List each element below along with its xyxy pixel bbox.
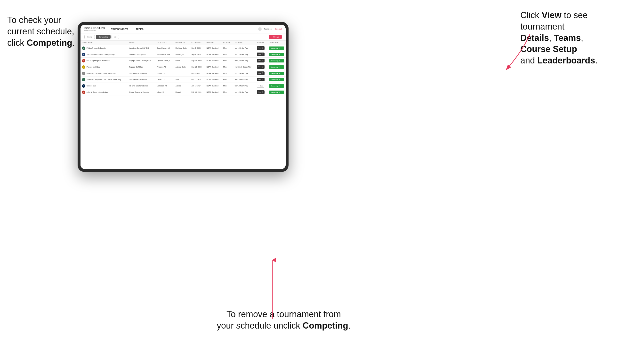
event-name-cell: ACopper Cup (80, 83, 128, 89)
tab-competing[interactable]: Competing (96, 35, 110, 39)
brand-title: SCOREBOARD (84, 27, 105, 29)
start-date-cell: Oct 9, 2023 (190, 70, 205, 76)
city-state-cell: Grand Haven, MI (156, 45, 174, 51)
competing-badge[interactable]: Competing (269, 72, 284, 75)
scoring-cell: team, Stroke Play (233, 45, 255, 51)
create-button[interactable]: + Create (269, 35, 282, 39)
table-row: W2023 Sahalee Players ChampionshipSahale… (80, 51, 286, 58)
gender-cell: Men (222, 51, 233, 58)
competing-cell[interactable]: Competing (268, 45, 286, 51)
view-button[interactable]: View ⓘ (257, 52, 265, 56)
actions-cell[interactable]: View ⓘ (255, 76, 268, 83)
table-row: FFolds of Honor CollegiateAmerican Dunes… (80, 45, 286, 51)
venue-cell: Ak-Chin Southern Dunes (128, 83, 156, 89)
hosted-by-cell: Hawaii (174, 89, 190, 95)
competing-cell[interactable]: Competing (268, 89, 286, 95)
city-state-cell: Sammamish, WA (156, 51, 174, 58)
division-cell: NCAA Division I (205, 64, 222, 70)
venue-cell: Olympia Fields Country Club (128, 58, 156, 64)
col-scoring: SCORING (233, 41, 255, 45)
gender-cell: Men (222, 64, 233, 70)
header-right: Test User Sign out (258, 27, 282, 31)
division-cell: NCAA Division I (205, 76, 222, 83)
table-row: ACopper CupAk-Chin Southern DunesMaricop… (80, 83, 286, 89)
col-actions: ACTIONS (255, 41, 268, 45)
competing-cell[interactable]: Competing (268, 70, 286, 76)
edit-button[interactable]: ✏ Edit (257, 84, 264, 88)
hosted-by-cell (174, 70, 190, 76)
table-row: IOFCC Fighting Illini InvitationalOlympi… (80, 58, 286, 64)
view-button[interactable]: View ⓘ (257, 78, 265, 81)
competing-badge[interactable]: Competing (269, 84, 284, 88)
event-name-cell: PPapago Individual (80, 64, 128, 70)
table-header-row: EVENT NAME VENUE CITY, STATE HOSTED BY S… (80, 41, 286, 45)
city-state-cell: Dallas, TX (156, 70, 174, 76)
table-row: JJackson T. Stephens Cup – Men's Match P… (80, 76, 286, 83)
filter-bar: Home Competing All + Create (80, 33, 286, 41)
scoring-cell: team, Stroke Play (233, 70, 255, 76)
competing-badge[interactable]: Competing (269, 78, 284, 81)
actions-cell[interactable]: View ⓘ (255, 51, 268, 58)
competing-cell[interactable]: Competing (268, 51, 286, 58)
header-left: SCOREBOARD Powered by clippd TOURNAMENTS… (84, 27, 145, 31)
start-date-cell: Sep 4, 2023 (190, 45, 205, 51)
city-state-cell: Olympia Fields, IL (156, 58, 174, 64)
actions-cell[interactable]: View ⓘ (255, 64, 268, 70)
filter-tabs: Home Competing All (84, 35, 119, 39)
tab-home[interactable]: Home (84, 35, 95, 39)
competing-cell[interactable]: Competing (268, 64, 286, 70)
gender-cell: Men (222, 45, 233, 51)
gender-cell: Men (222, 76, 233, 83)
actions-cell[interactable]: View ⓘ (255, 89, 268, 95)
user-icon (258, 27, 262, 31)
competing-cell[interactable]: Competing (268, 76, 286, 83)
scoring-cell: team, Stroke Play (233, 51, 255, 58)
competing-cell[interactable]: Competing (268, 83, 286, 89)
sign-out-link[interactable]: Sign out (275, 28, 282, 30)
competing-badge[interactable]: Competing (269, 46, 284, 50)
scoring-cell: team, Match Play (233, 76, 255, 83)
start-date-cell: Oct 11, 2023 (190, 76, 205, 83)
city-state-cell: Dallas, TX (156, 76, 174, 83)
venue-cell: Papago Golf Club (128, 64, 156, 70)
start-date-cell: Sep 18, 2023 (190, 64, 205, 70)
view-button[interactable]: View ⓘ (257, 59, 265, 62)
event-name-cell: HJohn A. Burns Intercollegiate (80, 89, 128, 95)
view-button[interactable]: View ⓘ (257, 65, 265, 69)
competing-badge[interactable]: Competing (269, 53, 284, 56)
competing-badge[interactable]: Competing (269, 59, 284, 62)
view-button[interactable]: View ⓘ (257, 71, 265, 75)
actions-cell[interactable]: View ⓘ (255, 58, 268, 64)
venue-cell: Ocean Course At Hokuala (128, 89, 156, 95)
nav-teams[interactable]: TEAMS (134, 27, 145, 31)
actions-cell[interactable]: ✏ Edit (255, 83, 268, 89)
scoring-cell: individual, Stroke Play (233, 64, 255, 70)
competing-badge[interactable]: Competing (269, 65, 284, 69)
col-start-date: START DATE (190, 41, 205, 45)
hosted-by-cell: Michigan State (174, 45, 190, 51)
venue-cell: Sahalee Country Club (128, 51, 156, 58)
tab-all[interactable]: All (112, 35, 119, 39)
table-row: JJackson T. Stephens Cup – Stroke PlayTr… (80, 70, 286, 76)
view-button[interactable]: View ⓘ (257, 46, 265, 50)
tablet-screen: SCOREBOARD Powered by clippd TOURNAMENTS… (80, 25, 286, 169)
start-date-cell: Sep 15, 2023 (190, 58, 205, 64)
scoring-cell: team, Match Play (233, 83, 255, 89)
gender-cell: Men (222, 58, 233, 64)
event-name-cell: FFolds of Honor Collegiate (80, 45, 128, 51)
col-division: DIVISION (205, 41, 222, 45)
col-competing: COMPETING (268, 41, 286, 45)
competing-cell[interactable]: Competing (268, 58, 286, 64)
col-city-state: CITY, STATE (156, 41, 174, 45)
actions-cell[interactable]: View ⓘ (255, 45, 268, 51)
actions-cell[interactable]: View ⓘ (255, 70, 268, 76)
hosted-by-cell: Washington (174, 51, 190, 58)
division-cell: NCAA Division I (205, 83, 222, 89)
col-hosted-by: HOSTED BY (174, 41, 190, 45)
user-name: Test User (264, 28, 272, 30)
competing-badge[interactable]: Competing (269, 91, 284, 94)
scoring-cell: team, Stroke Play (233, 89, 255, 95)
view-button[interactable]: View ⓘ (257, 90, 265, 94)
nav-tournaments[interactable]: TOURNAMENTS (110, 27, 130, 31)
brand-subtitle: Powered by clippd (84, 29, 105, 31)
